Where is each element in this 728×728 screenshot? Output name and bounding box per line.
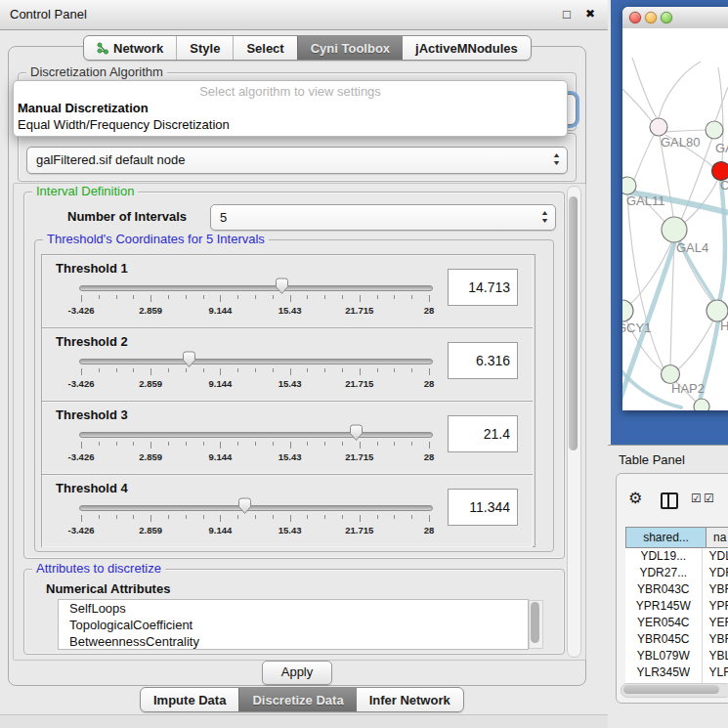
network-graph[interactable]: GAL80GACGAL11GAL4GCY1HAHAP2 — [622, 28, 728, 410]
checkbox-icon[interactable]: ☑ — [691, 492, 702, 505]
cell-shared-name: YBR045C — [625, 631, 703, 648]
algorithm-option-manual-discretization[interactable]: Manual Discretization — [18, 101, 149, 115]
threshold-value-input[interactable] — [448, 415, 518, 452]
scrollbar-thumb[interactable] — [623, 685, 719, 694]
panel-title: Control Panel — [10, 7, 87, 21]
tick-mark — [203, 295, 204, 299]
node[interactable] — [694, 399, 709, 410]
slider-thumb[interactable] — [237, 497, 252, 515]
table-row[interactable]: YDR27...YDR2 — [625, 565, 728, 581]
node-gal4[interactable] — [662, 217, 687, 242]
edge[interactable] — [632, 58, 658, 119]
edge[interactable] — [627, 194, 664, 368]
table-data-combo[interactable]: galFiltered.sif default node ▲▼ — [26, 147, 568, 174]
node-gal80[interactable] — [650, 118, 667, 136]
tick-label: 9.144 — [209, 305, 233, 316]
threshold-value-input[interactable] — [448, 269, 518, 306]
tab-style[interactable]: Style — [176, 36, 233, 60]
scrollbar-thumb[interactable] — [531, 602, 539, 643]
slider-track[interactable] — [79, 359, 433, 364]
close-icon[interactable]: ✖ — [585, 7, 595, 21]
tab-cyni-toolbox[interactable]: Cyni Toolbox — [297, 36, 403, 60]
node-label: GAL11 — [626, 193, 665, 208]
columns-icon[interactable] — [661, 492, 678, 509]
number-of-intervals-value: 5 — [220, 210, 227, 225]
slider-thumb[interactable] — [349, 424, 364, 442]
attribute-item-selfloops[interactable]: SelfLoops — [59, 600, 528, 617]
bottom-tab-discretize-data[interactable]: Discretize Data — [238, 688, 356, 711]
tab-jactivemnodules[interactable]: jActiveMNodules — [403, 36, 531, 60]
tick-mark — [133, 295, 134, 299]
attribute-item-betweennesscentrality[interactable]: BetweennessCentrality — [59, 633, 528, 650]
slider-thumb[interactable] — [275, 278, 289, 295]
node-label: GCY1 — [622, 321, 651, 335]
slider-track[interactable] — [79, 432, 433, 438]
table-header-row: shared...na — [625, 527, 728, 548]
table-row[interactable]: YBR045CYBR0 — [625, 631, 728, 648]
tick-label: 21.715 — [345, 451, 373, 462]
tick-mark — [307, 442, 308, 446]
attributes-list[interactable]: SelfLoopsTopologicalCoefficientBetweenne… — [58, 599, 529, 650]
table-row[interactable]: YLR345WYLR3 — [625, 664, 728, 681]
node-label: GAL4 — [676, 240, 708, 255]
tab-select[interactable]: Select — [233, 36, 296, 60]
edge[interactable] — [659, 62, 701, 118]
tick-mark — [360, 515, 361, 522]
tick-mark — [133, 442, 134, 446]
tick-mark — [150, 295, 151, 302]
table-row[interactable]: YPR145WYPR1 — [625, 598, 728, 615]
threshold-block-threshold-2: Threshold 2-3.4262.8599.14415.4321.71528 — [42, 328, 533, 402]
number-of-intervals-combo[interactable]: 5 ▲▼ — [210, 204, 556, 231]
algorithm-option-equal-width-frequency-discretization[interactable]: Equal Width/Frequency Discretization — [18, 117, 230, 132]
zoom-traffic-light-icon[interactable] — [661, 12, 672, 23]
node-gal11[interactable] — [622, 177, 636, 194]
cell-shared-name: YBR043C — [625, 581, 703, 598]
tab-label: Select — [246, 41, 283, 56]
table-horizontal-scrollbar[interactable] — [621, 683, 728, 698]
table-row[interactable]: YDL19...YDL1 — [625, 548, 728, 565]
bottom-tab-infer-network[interactable]: Infer Network — [357, 688, 463, 711]
checkbox-icon[interactable]: ☑ — [704, 492, 714, 505]
highlighted-edge[interactable] — [719, 181, 725, 301]
minimize-traffic-light-icon[interactable] — [645, 12, 657, 23]
network-canvas[interactable]: GAL80GACGAL11GAL4GCY1HAHAP2 — [622, 28, 728, 410]
column-header-na[interactable]: na — [707, 527, 728, 548]
threshold-value-input[interactable] — [448, 489, 518, 526]
column-header-shared[interactable]: shared... — [625, 527, 707, 548]
edge[interactable] — [622, 82, 652, 121]
attribute-item-topologicalcoefficient[interactable]: TopologicalCoefficient — [59, 617, 528, 633]
bottom-tab-impute-data[interactable]: Impute Data — [141, 688, 238, 711]
tick-mark — [116, 295, 117, 299]
table-row[interactable]: YER054CYER0 — [625, 615, 728, 631]
tick-mark — [168, 368, 169, 372]
slider-track[interactable] — [79, 505, 433, 511]
slider-thumb[interactable] — [182, 351, 196, 368]
tick-mark — [273, 368, 274, 372]
numerical-attributes-label: Numerical Attributes — [46, 581, 170, 596]
tab-network[interactable]: Network — [84, 36, 176, 60]
node[interactable] — [706, 121, 723, 139]
attributes-scrollbar[interactable] — [529, 600, 543, 649]
float-window-icon[interactable]: □ — [563, 7, 571, 21]
cell-shared-name: YBL079W — [625, 648, 703, 664]
close-traffic-light-icon[interactable] — [629, 12, 641, 23]
table-row[interactable]: YBL079WYBL0 — [625, 648, 728, 664]
tick-label: 28 — [424, 525, 435, 535]
table-row[interactable]: YBR043CYBR0 — [625, 581, 728, 598]
edge[interactable] — [634, 134, 655, 180]
stepper-arrows-icon: ▲▼ — [539, 209, 550, 225]
number-of-intervals-label: Number of Intervals — [67, 209, 187, 224]
tick-label: 2.859 — [139, 305, 162, 316]
tick-label: 28 — [424, 378, 435, 389]
tick-mark — [394, 295, 395, 299]
slider-track[interactable] — [79, 285, 433, 291]
network-window-titlebar[interactable] — [622, 7, 728, 29]
threshold-value-input[interactable] — [448, 342, 518, 379]
gear-icon[interactable]: ⚙ — [628, 489, 642, 507]
attributes-group: Attributes to discretize Numerical Attri… — [23, 569, 565, 655]
apply-button[interactable]: Apply — [262, 661, 332, 685]
tick-label: 9.144 — [209, 378, 233, 389]
edge[interactable] — [665, 130, 706, 132]
scrollbar-thumb[interactable] — [569, 196, 578, 450]
panel-scrollbar[interactable] — [567, 186, 581, 658]
